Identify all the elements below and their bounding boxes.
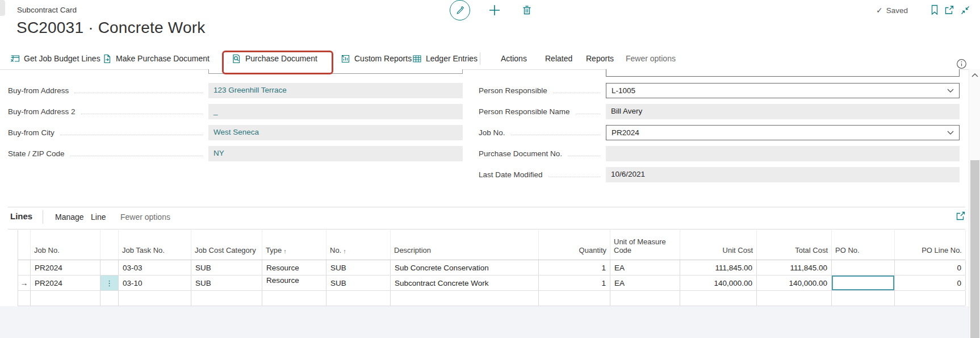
cell-type[interactable]: Resource (262, 276, 326, 290)
cell-job-cost-category[interactable]: SUB (191, 276, 262, 290)
cell-total-cost[interactable]: 111,845.00 (757, 260, 832, 275)
menu-actions[interactable]: Actions (501, 48, 527, 69)
cell-job-task-no[interactable]: 03-10 (119, 276, 191, 290)
cell-po-line-no[interactable]: 0 (895, 260, 966, 275)
field-value-link[interactable]: NY (208, 146, 463, 161)
custom-reports-button[interactable]: Custom Reports (341, 48, 412, 69)
field-label: Buy-from Address (8, 86, 69, 95)
sort-asc-icon: ↑ (343, 248, 346, 255)
cell-job-no[interactable]: PR2024 (31, 260, 100, 275)
scrollbar-thumb[interactable] (970, 160, 979, 338)
dotted-leader (511, 135, 600, 135)
row-menu-button[interactable]: ⋮ (100, 276, 119, 290)
field-last-date-modified: Last Date Modified 10/6/2021 (479, 167, 960, 182)
chevron-down-icon[interactable] (947, 89, 954, 93)
menu-reports[interactable]: Reports (586, 48, 614, 69)
cell-type[interactable]: Resource (262, 260, 326, 275)
field-buy-from-address-2: Buy-from Address 2 _ (8, 104, 463, 119)
dotted-leader (74, 93, 203, 93)
fewer-options-button[interactable]: Fewer options (626, 48, 676, 69)
sort-asc-icon: ↑ (283, 248, 287, 255)
delete-button[interactable] (522, 5, 532, 15)
header-spacer (18, 230, 31, 260)
cell-total-cost[interactable]: 140,000.00 (757, 276, 832, 290)
edit-button[interactable] (450, 0, 470, 20)
collapse-window-button[interactable] (961, 6, 970, 15)
col-header-quantity[interactable]: Quantity (539, 230, 610, 260)
make-purchase-document-button[interactable]: Make Purchase Document (102, 48, 210, 69)
open-in-new-window-button[interactable] (944, 5, 954, 15)
get-job-budget-lines-button[interactable]: Get Job Budget Lines (10, 48, 100, 69)
dotted-leader (548, 177, 600, 177)
row-indicator-cell (18, 260, 31, 275)
menu-related[interactable]: Related (545, 48, 572, 69)
cell-no[interactable]: SUB (326, 260, 391, 275)
action-label: Get Job Budget Lines (24, 54, 100, 63)
col-header-total-cost[interactable]: Total Cost (757, 230, 832, 260)
dotted-leader (568, 156, 600, 156)
table-row-current: → PR2024 ⋮ 03-10 SUB Resource SUB Subcon… (18, 276, 965, 291)
lines-toolbar-border (8, 229, 965, 229)
table-empty-row[interactable] (18, 291, 965, 306)
field-label: Buy-from City (8, 128, 55, 137)
col-header-unit-of-measure-code[interactable]: Unit of Measure Code (610, 230, 680, 260)
make-purchase-document-icon (102, 54, 112, 64)
open-in-new-window-icon (944, 5, 954, 15)
bookmark-button[interactable] (930, 5, 939, 15)
cell-po-no[interactable] (832, 260, 895, 275)
job-no-input[interactable]: PR2024 (606, 125, 960, 140)
col-header-type[interactable]: Type↑ (262, 230, 326, 260)
cell-quantity[interactable]: 1 (539, 276, 610, 290)
col-header-job-task-no[interactable]: Job Task No. (119, 230, 191, 260)
pencil-icon (455, 5, 465, 15)
col-header-description[interactable]: Description (391, 230, 539, 260)
lines-menu-manage[interactable]: Manage (55, 212, 84, 222)
cell-po-no-selected[interactable] (832, 276, 895, 290)
col-header-po-no[interactable]: PO No. (832, 230, 895, 260)
field-value-link[interactable]: _ (208, 104, 463, 119)
field-value-link[interactable]: West Seneca (208, 125, 463, 140)
cell-description[interactable]: Subcontract Concrete Work (391, 276, 539, 290)
add-button[interactable] (488, 4, 501, 16)
col-header-job-no[interactable]: Job No. (31, 230, 100, 260)
chevron-down-icon[interactable] (947, 131, 954, 135)
field-value[interactable]: Bill Avery (606, 104, 960, 119)
col-header-no[interactable]: No.↑ (326, 230, 391, 260)
cell-job-no[interactable]: PR2024 (31, 276, 100, 290)
field-person-responsible: Person Responsible L-1005 (479, 83, 960, 98)
lines-fewer-options-button[interactable]: Fewer options (120, 212, 170, 222)
cell-no[interactable]: SUB (326, 276, 391, 290)
field-value[interactable] (606, 146, 960, 161)
purchase-document-highlight-box (222, 51, 333, 74)
open-lines-in-new-window-button[interactable] (956, 211, 966, 221)
cell-job-task-no[interactable]: 03-03 (119, 260, 191, 275)
field-person-responsible-name: Person Responsible Name Bill Avery (479, 104, 960, 119)
ledger-entries-button[interactable]: Ledger Entries (412, 48, 478, 69)
cell-unit-of-measure-code[interactable]: EA (610, 260, 680, 275)
field-value-link[interactable]: 123 Greenhill Terrace (208, 83, 463, 98)
dotted-leader (70, 156, 203, 156)
cell-unit-of-measure-code[interactable]: EA (610, 276, 680, 290)
cell-quantity[interactable]: 1 (539, 260, 610, 275)
person-responsible-input[interactable]: L-1005 (606, 83, 960, 98)
field-value[interactable]: 10/6/2021 (606, 167, 960, 182)
col-header-po-line-no[interactable]: PO Line No. (895, 230, 966, 260)
cell-description[interactable]: Sub Concrete Conservation (391, 260, 539, 275)
action-bar: Get Job Budget Lines Make Purchase Docum… (0, 48, 980, 69)
trash-icon (522, 5, 532, 15)
cell-unit-cost[interactable]: 111,845.00 (680, 260, 757, 275)
save-status: ✓ Saved (876, 6, 908, 15)
col-header-unit-cost[interactable]: Unit Cost (680, 230, 757, 260)
cell-job-cost-category[interactable]: SUB (191, 260, 262, 275)
cell-unit-cost[interactable]: 140,000.00 (680, 276, 757, 290)
custom-reports-icon (341, 54, 350, 64)
col-header-job-cost-category[interactable]: Job Cost Category (191, 230, 262, 260)
cell-po-line-no[interactable]: 0 (895, 276, 966, 290)
lines-menu-line[interactable]: Line (91, 212, 106, 222)
lines-table: Job No. Job Task No. Job Cost Category T… (18, 230, 965, 306)
row-menu-cell[interactable] (100, 260, 119, 275)
field-label: Person Responsible Name (479, 107, 570, 116)
scroll-up-icon[interactable] (971, 73, 978, 77)
table-row: PR2024 03-03 SUB Resource SUB Sub Concre… (18, 260, 965, 276)
vertical-scrollbar[interactable] (969, 69, 980, 338)
